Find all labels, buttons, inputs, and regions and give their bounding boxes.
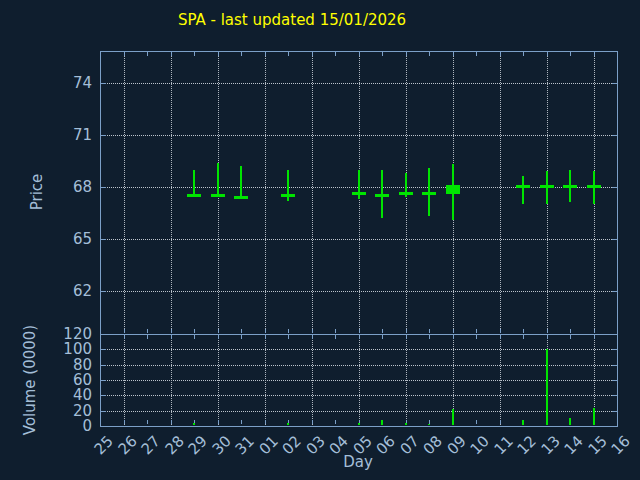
day-tick xyxy=(194,52,195,56)
price-tick-label: 71 xyxy=(48,125,92,145)
volume-bar xyxy=(452,409,454,425)
volume-bar xyxy=(287,423,289,425)
day-tick xyxy=(594,335,595,339)
price-y-tick xyxy=(612,187,617,188)
day-tick xyxy=(241,52,242,56)
day-tick xyxy=(241,335,242,339)
volume-y-tick xyxy=(612,426,617,427)
day-tick xyxy=(100,420,101,424)
price-y-tick xyxy=(101,83,106,84)
volume-vgridline xyxy=(124,335,125,425)
volume-vgridline xyxy=(218,335,219,425)
candle-body xyxy=(211,194,225,197)
day-tick xyxy=(382,52,383,56)
candle-body xyxy=(563,185,577,188)
volume-vgridline xyxy=(265,335,266,425)
day-tick xyxy=(617,52,618,56)
day-tick xyxy=(359,335,360,339)
volume-vgridline xyxy=(312,335,313,425)
day-tick xyxy=(124,420,125,424)
price-tick-label: 74 xyxy=(48,73,92,93)
candle-body xyxy=(540,185,554,188)
day-tick xyxy=(265,335,266,339)
day-tick xyxy=(476,420,477,424)
day-tick xyxy=(218,329,219,333)
day-tick xyxy=(500,420,501,424)
day-tick xyxy=(241,420,242,424)
volume-vgridline xyxy=(171,335,172,425)
candle-body xyxy=(399,192,413,195)
volume-bar xyxy=(546,349,548,425)
day-tick xyxy=(288,52,289,56)
day-tick xyxy=(335,420,336,424)
day-tick xyxy=(406,52,407,56)
day-tick xyxy=(194,329,195,333)
volume-y-tick xyxy=(101,334,106,335)
day-tick xyxy=(382,335,383,339)
day-tick xyxy=(265,329,266,333)
day-tick xyxy=(124,329,125,333)
day-tick xyxy=(500,329,501,333)
volume-axis-label: Volume (0000) xyxy=(21,325,39,435)
day-tick xyxy=(218,420,219,424)
day-tick xyxy=(594,52,595,56)
volume-y-tick xyxy=(101,380,106,381)
volume-bar xyxy=(569,418,571,425)
day-tick xyxy=(147,335,148,339)
day-tick xyxy=(570,52,571,56)
day-tick xyxy=(171,52,172,56)
day-tick xyxy=(382,329,383,333)
day-tick xyxy=(312,52,313,56)
candle-body xyxy=(187,194,201,197)
price-y-tick xyxy=(101,291,106,292)
price-y-tick xyxy=(612,135,617,136)
day-tick xyxy=(288,329,289,333)
day-tick xyxy=(500,335,501,339)
day-tick xyxy=(218,335,219,339)
price-tick-label: 62 xyxy=(48,281,92,301)
candle-body xyxy=(516,185,530,188)
volume-y-tick xyxy=(612,380,617,381)
day-tick xyxy=(523,335,524,339)
volume-y-tick xyxy=(612,395,617,396)
day-tick xyxy=(406,335,407,339)
volume-bar xyxy=(193,423,195,425)
day-tick xyxy=(288,335,289,339)
day-tick xyxy=(194,335,195,339)
volume-y-tick xyxy=(612,349,617,350)
day-tick xyxy=(171,335,172,339)
day-tick xyxy=(241,329,242,333)
day-tick xyxy=(312,329,313,333)
candle-wick xyxy=(217,163,219,196)
volume-bar xyxy=(428,424,430,425)
day-tick xyxy=(476,335,477,339)
day-tick xyxy=(617,335,618,339)
day-axis-label: Day xyxy=(343,453,373,471)
day-tick xyxy=(523,52,524,56)
candle-body xyxy=(422,192,436,195)
volume-bar xyxy=(522,420,524,425)
volume-bar xyxy=(381,420,383,425)
price-tick-label: 65 xyxy=(48,229,92,249)
volume-y-tick xyxy=(101,426,106,427)
volume-vgridline xyxy=(500,335,501,425)
volume-y-tick xyxy=(101,395,106,396)
candle-body xyxy=(234,196,248,199)
day-tick xyxy=(171,420,172,424)
day-tick xyxy=(547,335,548,339)
day-tick xyxy=(124,52,125,56)
volume-bar xyxy=(358,423,360,425)
price-y-tick xyxy=(101,239,106,240)
price-vgridline xyxy=(500,52,501,333)
price-y-tick xyxy=(612,239,617,240)
day-tick xyxy=(547,329,548,333)
volume-y-tick xyxy=(101,411,106,412)
day-tick xyxy=(265,52,266,56)
day-tick xyxy=(335,52,336,56)
day-tick xyxy=(359,52,360,56)
candle-wick xyxy=(522,176,524,204)
day-tick xyxy=(570,329,571,333)
volume-vgridline xyxy=(359,335,360,425)
day-tick xyxy=(476,52,477,56)
volume-vgridline xyxy=(406,335,407,425)
